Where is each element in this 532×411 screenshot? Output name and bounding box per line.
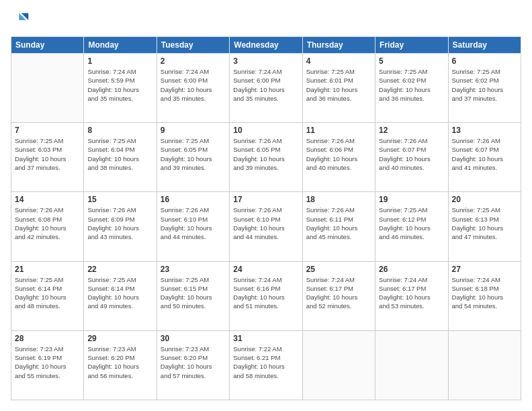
calendar-cell: 6Sunrise: 7:25 AM Sunset: 6:02 PM Daylig…	[448, 54, 521, 123]
calendar-cell	[448, 330, 521, 400]
day-info: Sunrise: 7:24 AM Sunset: 6:17 PM Dayligh…	[379, 275, 444, 311]
day-info: Sunrise: 7:24 AM Sunset: 6:16 PM Dayligh…	[233, 275, 298, 311]
day-info: Sunrise: 7:26 AM Sunset: 6:07 PM Dayligh…	[452, 136, 517, 172]
calendar-cell	[11, 54, 84, 123]
day-info: Sunrise: 7:24 AM Sunset: 6:17 PM Dayligh…	[306, 275, 371, 311]
weekday-header-sunday: Sunday	[11, 37, 84, 54]
day-number: 20	[452, 195, 517, 204]
calendar-cell: 29Sunrise: 7:23 AM Sunset: 6:20 PM Dayli…	[84, 330, 157, 400]
day-number: 22	[87, 265, 152, 274]
calendar-cell: 26Sunrise: 7:24 AM Sunset: 6:17 PM Dayli…	[375, 261, 448, 330]
day-info: Sunrise: 7:26 AM Sunset: 6:11 PM Dayligh…	[306, 205, 371, 241]
calendar-cell: 25Sunrise: 7:24 AM Sunset: 6:17 PM Dayli…	[302, 261, 375, 330]
day-info: Sunrise: 7:24 AM Sunset: 6:00 PM Dayligh…	[161, 67, 226, 103]
calendar-cell: 8Sunrise: 7:25 AM Sunset: 6:04 PM Daylig…	[84, 123, 157, 192]
header	[11, 11, 521, 30]
weekday-header-wednesday: Wednesday	[230, 37, 302, 54]
day-info: Sunrise: 7:25 AM Sunset: 6:01 PM Dayligh…	[306, 67, 371, 103]
day-number: 4	[306, 56, 371, 66]
day-number: 8	[87, 126, 152, 135]
day-number: 28	[15, 334, 80, 343]
day-info: Sunrise: 7:26 AM Sunset: 6:06 PM Dayligh…	[306, 136, 371, 172]
calendar-cell: 20Sunrise: 7:25 AM Sunset: 6:13 PM Dayli…	[448, 192, 521, 261]
day-number: 19	[379, 195, 444, 204]
calendar-cell: 24Sunrise: 7:24 AM Sunset: 6:16 PM Dayli…	[230, 261, 302, 330]
day-info: Sunrise: 7:25 AM Sunset: 6:14 PM Dayligh…	[15, 275, 80, 311]
day-number: 6	[452, 56, 517, 66]
day-number: 21	[15, 265, 80, 274]
day-number: 29	[87, 334, 152, 343]
calendar-cell: 31Sunrise: 7:22 AM Sunset: 6:21 PM Dayli…	[230, 330, 302, 400]
day-info: Sunrise: 7:26 AM Sunset: 6:09 PM Dayligh…	[87, 205, 152, 241]
day-info: Sunrise: 7:25 AM Sunset: 6:14 PM Dayligh…	[87, 275, 152, 311]
calendar-cell: 13Sunrise: 7:26 AM Sunset: 6:07 PM Dayli…	[448, 123, 521, 192]
day-info: Sunrise: 7:24 AM Sunset: 6:00 PM Dayligh…	[233, 67, 298, 103]
calendar-table: SundayMondayTuesdayWednesdayThursdayFrid…	[11, 36, 521, 400]
day-number: 17	[233, 195, 298, 204]
weekday-header-friday: Friday	[375, 37, 448, 54]
calendar-cell: 27Sunrise: 7:24 AM Sunset: 6:18 PM Dayli…	[448, 261, 521, 330]
calendar-cell: 22Sunrise: 7:25 AM Sunset: 6:14 PM Dayli…	[84, 261, 157, 330]
day-number: 23	[161, 265, 226, 274]
day-info: Sunrise: 7:22 AM Sunset: 6:21 PM Dayligh…	[233, 345, 298, 380]
week-row-1: 1Sunrise: 7:24 AM Sunset: 5:59 PM Daylig…	[11, 54, 521, 123]
day-info: Sunrise: 7:23 AM Sunset: 6:20 PM Dayligh…	[87, 345, 152, 380]
page: SundayMondayTuesdayWednesdayThursdayFrid…	[0, 0, 532, 411]
day-number: 18	[306, 195, 371, 204]
day-number: 1	[87, 56, 152, 66]
day-number: 13	[452, 126, 517, 135]
logo-icon	[11, 11, 30, 30]
calendar-cell: 17Sunrise: 7:26 AM Sunset: 6:10 PM Dayli…	[230, 192, 302, 261]
calendar-cell: 28Sunrise: 7:23 AM Sunset: 6:19 PM Dayli…	[11, 330, 84, 400]
week-row-4: 21Sunrise: 7:25 AM Sunset: 6:14 PM Dayli…	[11, 261, 521, 330]
calendar-cell: 7Sunrise: 7:25 AM Sunset: 6:03 PM Daylig…	[11, 123, 84, 192]
day-number: 7	[15, 126, 80, 135]
day-info: Sunrise: 7:23 AM Sunset: 6:19 PM Dayligh…	[15, 345, 80, 380]
day-number: 24	[233, 265, 298, 274]
day-info: Sunrise: 7:25 AM Sunset: 6:13 PM Dayligh…	[452, 205, 517, 241]
day-number: 26	[379, 265, 444, 274]
day-info: Sunrise: 7:25 AM Sunset: 6:15 PM Dayligh…	[161, 275, 226, 311]
day-info: Sunrise: 7:25 AM Sunset: 6:02 PM Dayligh…	[379, 67, 444, 103]
calendar-cell: 3Sunrise: 7:24 AM Sunset: 6:00 PM Daylig…	[230, 54, 302, 123]
calendar-cell	[302, 330, 375, 400]
calendar-cell: 11Sunrise: 7:26 AM Sunset: 6:06 PM Dayli…	[302, 123, 375, 192]
calendar-cell: 1Sunrise: 7:24 AM Sunset: 5:59 PM Daylig…	[84, 54, 157, 123]
day-number: 11	[306, 126, 371, 135]
weekday-header-monday: Monday	[84, 37, 157, 54]
calendar-body: 1Sunrise: 7:24 AM Sunset: 5:59 PM Daylig…	[11, 54, 521, 400]
day-info: Sunrise: 7:25 AM Sunset: 6:05 PM Dayligh…	[161, 136, 226, 172]
day-info: Sunrise: 7:25 AM Sunset: 6:04 PM Dayligh…	[87, 136, 152, 172]
logo	[11, 11, 32, 30]
calendar-cell: 21Sunrise: 7:25 AM Sunset: 6:14 PM Dayli…	[11, 261, 84, 330]
weekday-header-row: SundayMondayTuesdayWednesdayThursdayFrid…	[11, 37, 521, 54]
day-number: 14	[15, 195, 80, 204]
calendar-cell: 2Sunrise: 7:24 AM Sunset: 6:00 PM Daylig…	[157, 54, 229, 123]
day-number: 27	[452, 265, 517, 274]
day-number: 15	[87, 195, 152, 204]
calendar-cell: 12Sunrise: 7:26 AM Sunset: 6:07 PM Dayli…	[375, 123, 448, 192]
day-number: 10	[233, 126, 298, 135]
calendar-header: SundayMondayTuesdayWednesdayThursdayFrid…	[11, 37, 521, 54]
day-number: 25	[306, 265, 371, 274]
calendar-cell: 23Sunrise: 7:25 AM Sunset: 6:15 PM Dayli…	[157, 261, 229, 330]
day-info: Sunrise: 7:26 AM Sunset: 6:10 PM Dayligh…	[233, 205, 298, 241]
day-number: 3	[233, 56, 298, 66]
day-number: 2	[161, 56, 226, 66]
day-info: Sunrise: 7:24 AM Sunset: 5:59 PM Dayligh…	[87, 67, 152, 103]
calendar-cell: 9Sunrise: 7:25 AM Sunset: 6:05 PM Daylig…	[157, 123, 229, 192]
weekday-header-saturday: Saturday	[448, 37, 521, 54]
day-info: Sunrise: 7:25 AM Sunset: 6:03 PM Dayligh…	[15, 136, 80, 172]
day-number: 12	[379, 126, 444, 135]
weekday-header-tuesday: Tuesday	[157, 37, 229, 54]
calendar-cell: 10Sunrise: 7:26 AM Sunset: 6:05 PM Dayli…	[230, 123, 302, 192]
day-number: 31	[233, 334, 298, 343]
calendar-cell	[375, 330, 448, 400]
calendar-cell: 16Sunrise: 7:26 AM Sunset: 6:10 PM Dayli…	[157, 192, 229, 261]
calendar-cell: 19Sunrise: 7:25 AM Sunset: 6:12 PM Dayli…	[375, 192, 448, 261]
day-number: 5	[379, 56, 444, 66]
day-number: 9	[161, 126, 226, 135]
day-number: 16	[161, 195, 226, 204]
day-info: Sunrise: 7:26 AM Sunset: 6:08 PM Dayligh…	[15, 205, 80, 241]
day-info: Sunrise: 7:23 AM Sunset: 6:20 PM Dayligh…	[161, 345, 226, 380]
